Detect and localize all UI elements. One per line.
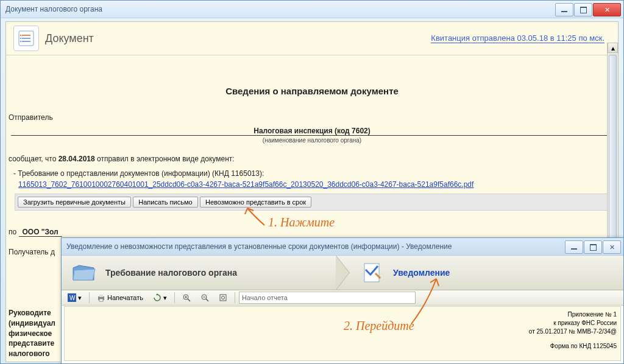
zoom-out-button[interactable]	[197, 292, 213, 303]
folder-icon	[70, 261, 98, 284]
notif-close-button[interactable]: ✕	[603, 240, 621, 254]
report-toolbar: W ▾ Напечатать ▾ Начало отчета	[62, 290, 623, 306]
wizard-step-notification[interactable]: Уведомление	[349, 256, 623, 290]
section-title: Сведения о направляемом документе	[9, 86, 615, 96]
close-button[interactable]: ✕	[593, 3, 621, 16]
minimize-button[interactable]	[555, 3, 573, 16]
svg-line-18	[206, 299, 208, 301]
scroll-thumb[interactable]	[609, 55, 617, 239]
receipt-link[interactable]: Квитанция отправлена 03.05.18 в 11:25 по…	[431, 33, 604, 43]
notification-window: Уведомление о невозможности представлени…	[61, 237, 624, 364]
sender-label: Отправитель	[9, 113, 615, 122]
main-titlebar[interactable]: Документ налогового органа ✕	[1, 1, 623, 18]
wizard-steps: Требование налогового органа Уведомление	[62, 256, 623, 290]
report-header-right: Приложение № 1 к приказу ФНС России от 2…	[529, 310, 617, 351]
document-header: Документ Квитанция отправлена 03.05.18 в…	[6, 22, 618, 55]
svg-point-21	[221, 296, 224, 299]
svg-point-5	[20, 38, 22, 40]
report-nav-field[interactable]: Начало отчета	[239, 292, 416, 304]
svg-line-14	[188, 299, 190, 301]
sender-name: Налоговая инспекция (код 7602)	[9, 127, 615, 135]
print-button[interactable]: Напечатать	[93, 292, 147, 303]
maximize-button[interactable]	[574, 3, 592, 16]
svg-point-6	[20, 41, 22, 43]
scroll-up-button[interactable]: ▴	[608, 43, 618, 53]
request-line: - Требование о представлении документов …	[13, 169, 615, 178]
svg-text:W: W	[69, 295, 76, 301]
load-documents-button[interactable]: Загрузить первичные документы	[18, 197, 131, 208]
document-heading: Документ	[45, 32, 94, 45]
wizard-separator	[336, 256, 349, 290]
notif-maximize-button[interactable]	[584, 240, 602, 254]
wizard-step-requirement[interactable]: Требование налогового органа	[62, 256, 336, 290]
write-letter-button[interactable]: Написать письмо	[133, 197, 197, 208]
wizard-step1-label: Требование налогового органа	[105, 268, 237, 278]
main-window-title: Документ налогового органа	[5, 5, 555, 13]
document-body: Сведения о направляемом документе Отправ…	[6, 55, 618, 265]
sent-line: сообщает, что 28.04.2018 отправил в элек…	[9, 155, 615, 163]
refresh-button[interactable]: ▾	[149, 292, 171, 303]
attachment-link[interactable]: 1165013_7602_761001000276040​1001_25ddcd…	[18, 180, 473, 189]
notification-page-icon	[358, 261, 386, 284]
svg-rect-11	[99, 295, 103, 297]
receipt-status: Квитанция отправлена 03.05.18 в 11:25 по…	[431, 33, 604, 43]
word-export-button[interactable]: W ▾	[64, 292, 85, 303]
zoom-fit-button[interactable]	[215, 292, 231, 303]
notif-minimize-button[interactable]	[565, 240, 583, 254]
zoom-in-button[interactable]	[179, 292, 194, 303]
notification-titlebar[interactable]: Уведомление о невозможности представлени…	[62, 238, 623, 256]
sender-hint: (наименование налогового органа)	[9, 137, 615, 144]
recipient-line: по ООО "Зол	[9, 228, 615, 237]
report-preview[interactable]: Приложение № 1 к приказу ФНС России от 2…	[64, 306, 621, 361]
impossible-deadline-button[interactable]: Невозможно представить в срок	[200, 197, 311, 208]
svg-rect-20	[220, 295, 226, 301]
action-button-row: Загрузить первичные документы Написать п…	[15, 194, 609, 211]
document-icon	[13, 26, 39, 51]
bottom-fragment: Руководите (индивидуал физическое предст…	[9, 308, 55, 359]
svg-rect-12	[99, 299, 103, 301]
svg-point-4	[20, 35, 22, 37]
notification-window-title: Уведомление о невозможности представлени…	[66, 242, 564, 251]
wizard-step2-label: Уведомление	[393, 268, 450, 278]
